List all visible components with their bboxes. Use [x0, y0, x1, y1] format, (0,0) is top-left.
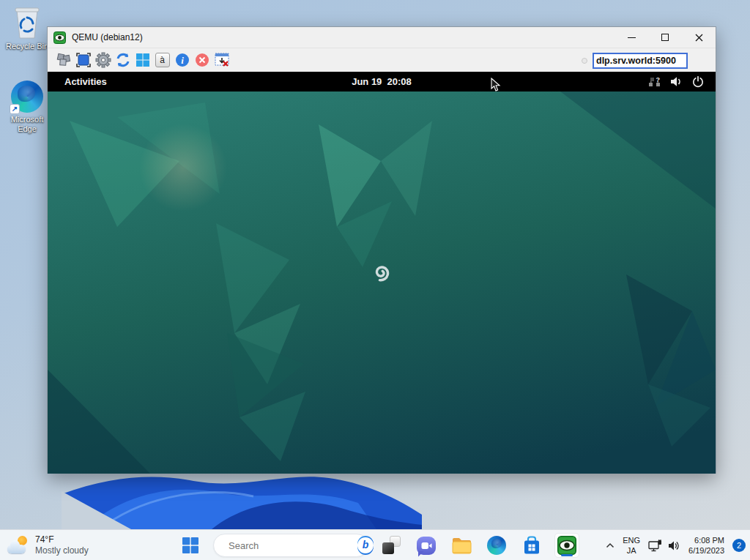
- disconnect-icon[interactable]: [192, 51, 212, 70]
- weather-temperature: 74°F: [35, 534, 89, 545]
- toolbar-status-dot: [582, 58, 587, 64]
- edge-icon: ↗: [11, 81, 43, 113]
- close-window-icon[interactable]: [212, 51, 231, 70]
- vnc-eye-icon: [557, 536, 576, 555]
- vnc-address-input[interactable]: [593, 53, 688, 69]
- mouse-cursor: [491, 78, 501, 92]
- gnome-status-area[interactable]: ?: [648, 72, 704, 92]
- windows-logo-icon[interactable]: [133, 51, 152, 70]
- window-titlebar[interactable]: QEMU (debian12): [48, 27, 716, 48]
- window-title: QEMU (debian12): [72, 32, 615, 42]
- network-question-icon[interactable]: ?: [648, 76, 661, 88]
- info-icon[interactable]: i: [172, 51, 192, 70]
- maximize-button[interactable]: [648, 27, 682, 48]
- gear-icon[interactable]: [93, 51, 113, 70]
- start-button[interactable]: [178, 533, 203, 558]
- file-explorer-icon: [452, 537, 472, 554]
- language-indicator[interactable]: ENG JA: [623, 535, 640, 556]
- svg-text:?: ?: [656, 76, 661, 83]
- gnome-clock[interactable]: Jun 19 20:08: [48, 76, 716, 87]
- weather-icon: [7, 535, 29, 556]
- tray-date: 6/19/2023: [688, 545, 724, 556]
- refresh-icon[interactable]: [113, 51, 133, 70]
- windows-start-icon: [182, 537, 199, 554]
- store-button[interactable]: [519, 533, 544, 558]
- chat-button[interactable]: [414, 533, 439, 558]
- debian-wallpaper: [48, 92, 716, 474]
- desktop-icon-label: Microsoft Edge: [1, 115, 53, 134]
- svg-text:i: i: [181, 55, 184, 66]
- qemu-vnc-window[interactable]: QEMU (debian12): [47, 26, 716, 474]
- bing-chat-button[interactable]: b: [357, 536, 374, 555]
- clock-widget[interactable]: 6:08 PM 6/19/2023: [688, 535, 724, 556]
- chat-icon: [417, 537, 436, 555]
- cubes-icon[interactable]: [53, 51, 73, 70]
- keyboard-key-icon[interactable]: à: [152, 51, 172, 70]
- weather-condition: Mostly cloudy: [35, 545, 89, 556]
- bloom-wallpaper-flower: [62, 472, 422, 529]
- tray-time: 6:08 PM: [688, 535, 724, 545]
- notification-badge[interactable]: 2: [732, 539, 746, 552]
- edge-button[interactable]: [484, 533, 509, 558]
- vnc-eye-icon: [53, 31, 66, 44]
- edge-icon: [487, 536, 506, 555]
- shortcut-arrow-icon: ↗: [10, 104, 20, 114]
- minimize-button[interactable]: [615, 27, 648, 48]
- gnome-top-bar: Activities Jun 19 20:08 ?: [48, 72, 716, 92]
- tray-network-icon[interactable]: [648, 540, 663, 552]
- desktop-icon-label: Recycle Bin: [6, 42, 48, 51]
- recycle-bin-icon: [12, 6, 42, 40]
- vnc-viewer-taskbar-button[interactable]: [554, 533, 579, 558]
- close-button[interactable]: [682, 27, 716, 48]
- store-icon: [522, 536, 541, 555]
- active-app-indicator: [561, 554, 573, 556]
- activities-button[interactable]: Activities: [64, 76, 107, 87]
- vm-screen[interactable]: Activities Jun 19 20:08 ?: [48, 72, 716, 474]
- file-explorer-button[interactable]: [449, 533, 474, 558]
- bing-icon: b: [357, 537, 374, 553]
- weather-widget[interactable]: 74°F Mostly cloudy: [7, 530, 89, 560]
- volume-icon[interactable]: [670, 76, 683, 87]
- desktop-icon-recycle-bin[interactable]: Recycle Bin: [1, 6, 53, 51]
- windows-taskbar: 74°F Mostly cloudy b: [0, 529, 750, 560]
- vnc-toolbar: à i: [48, 48, 716, 72]
- fullscreen-icon[interactable]: [73, 51, 93, 70]
- tray-volume-icon[interactable]: [668, 540, 680, 551]
- search-input[interactable]: [229, 540, 357, 551]
- desktop-icon-microsoft-edge[interactable]: ↗ Microsoft Edge: [1, 81, 53, 134]
- tray-chevron-icon[interactable]: [606, 542, 615, 548]
- power-icon[interactable]: [692, 76, 704, 88]
- task-view-button[interactable]: [379, 533, 404, 558]
- taskbar-search-box[interactable]: b: [213, 534, 368, 557]
